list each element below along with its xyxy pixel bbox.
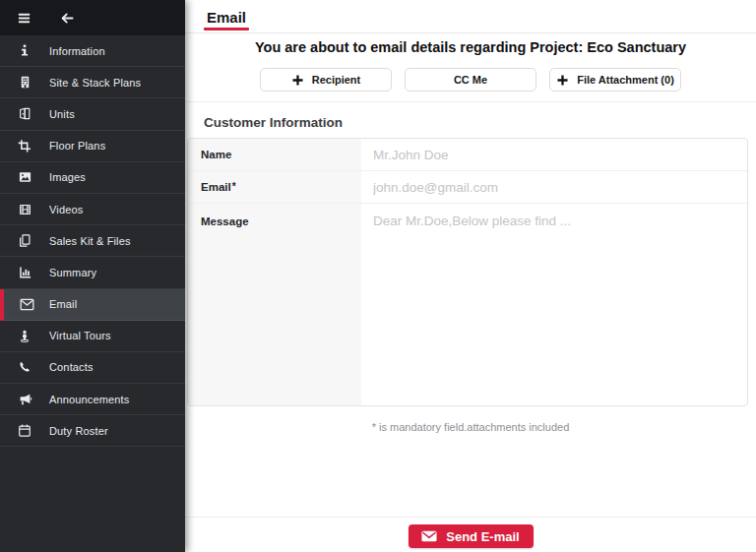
- hamburger-menu-icon[interactable]: [17, 11, 32, 26]
- bar-chart-icon: [18, 266, 32, 279]
- sidebar-item-label: Videos: [49, 204, 83, 215]
- sidebar-item-label: Floor Plans: [49, 140, 105, 152]
- sidebar-item-floor-plans[interactable]: Floor Plans: [0, 131, 185, 162]
- sidebar-item-label: Email: [49, 298, 77, 310]
- sidebar-item-email[interactable]: Email: [0, 289, 185, 321]
- calendar-icon: [18, 423, 32, 438]
- phone-icon: [18, 360, 32, 374]
- plus-icon: [291, 74, 304, 87]
- mandatory-field-note: * is mandatory field.attachments include…: [185, 421, 756, 433]
- building-icon: [19, 75, 32, 90]
- sidebar-item-label: Virtual Tours: [49, 330, 111, 341]
- sidebar-item-label: Units: [49, 108, 75, 120]
- customer-form: Name Email* Message: [187, 138, 748, 406]
- back-arrow-icon[interactable]: [60, 11, 75, 26]
- files-icon: [18, 233, 32, 248]
- street-view-icon: [18, 329, 32, 343]
- film-icon: [18, 203, 32, 216]
- message-field-row: Message: [188, 204, 747, 405]
- action-button-label: File Attachment (0): [577, 74, 674, 86]
- action-button-label: CC Me: [454, 74, 487, 86]
- action-button-row: Recipient CC Me File Attachment (0): [185, 68, 756, 92]
- door-icon: [18, 106, 32, 121]
- sidebar-item-units[interactable]: Units: [0, 98, 185, 130]
- sidebar-item-label: Images: [49, 171, 86, 183]
- main-content: Email You are about to email details reg…: [185, 0, 756, 552]
- sidebar-item-label: Announcements: [49, 394, 129, 405]
- sidebar-item-summary[interactable]: Summary: [0, 257, 185, 288]
- sidebar-item-label: Sales Kit & Files: [49, 235, 131, 247]
- file-attachment-0-button[interactable]: File Attachment (0): [549, 68, 681, 92]
- sidebar-item-virtual-tours[interactable]: Virtual Tours: [0, 321, 185, 352]
- send-email-button[interactable]: Send E-mail: [409, 524, 534, 548]
- tab-bar: Email: [185, 0, 756, 33]
- sidebar-item-label: Summary: [49, 267, 96, 278]
- envelope-icon: [421, 530, 437, 542]
- message-input[interactable]: [361, 204, 747, 405]
- email-field-row: Email*: [188, 171, 747, 204]
- recipient-button[interactable]: Recipient: [260, 68, 392, 92]
- section-title: Customer Information: [204, 115, 756, 130]
- sidebar-topbar: [0, 0, 185, 35]
- send-bar: Send E-mail: [185, 517, 756, 552]
- sidebar-item-videos[interactable]: Videos: [0, 194, 185, 225]
- megaphone-icon: [18, 393, 32, 406]
- cc-me-button[interactable]: CC Me: [405, 68, 536, 92]
- image-icon: [18, 170, 32, 184]
- crop-icon: [18, 139, 32, 153]
- page-title: You are about to email details regarding…: [185, 39, 756, 55]
- sidebar-item-contacts[interactable]: Contacts: [0, 352, 185, 384]
- sidebar-item-information[interactable]: Information: [0, 35, 185, 67]
- name-field-row: Name: [188, 139, 747, 171]
- plus-icon: [556, 74, 569, 87]
- sidebar-item-sales-kit-files[interactable]: Sales Kit & Files: [0, 225, 185, 257]
- sidebar-nav: Information Site & Stack Plans Units Flo…: [0, 35, 185, 552]
- field-label: Message: [188, 204, 361, 405]
- tab-email[interactable]: Email: [205, 9, 248, 32]
- field-label: Email*: [188, 171, 361, 203]
- field-label: Name: [188, 139, 361, 170]
- sidebar-item-label: Information: [49, 45, 105, 57]
- sidebar-item-label: Site & Stack Plans: [49, 77, 141, 89]
- divider: [185, 101, 756, 102]
- sidebar-item-site-stack-plans[interactable]: Site & Stack Plans: [0, 67, 185, 98]
- sidebar: Information Site & Stack Plans Units Flo…: [0, 0, 185, 552]
- info-icon: [18, 43, 32, 58]
- action-button-label: Recipient: [312, 74, 361, 86]
- app-window: Information Site & Stack Plans Units Flo…: [0, 0, 756, 552]
- sidebar-item-label: Contacts: [49, 361, 94, 373]
- email-input[interactable]: [361, 171, 747, 203]
- envelope-icon: [20, 298, 34, 311]
- sidebar-item-duty-roster[interactable]: Duty Roster: [0, 415, 185, 447]
- name-input[interactable]: [361, 139, 747, 170]
- send-email-label: Send E-mail: [446, 529, 519, 544]
- sidebar-item-images[interactable]: Images: [0, 162, 185, 194]
- sidebar-item-announcements[interactable]: Announcements: [0, 384, 185, 415]
- sidebar-item-label: Duty Roster: [49, 425, 108, 437]
